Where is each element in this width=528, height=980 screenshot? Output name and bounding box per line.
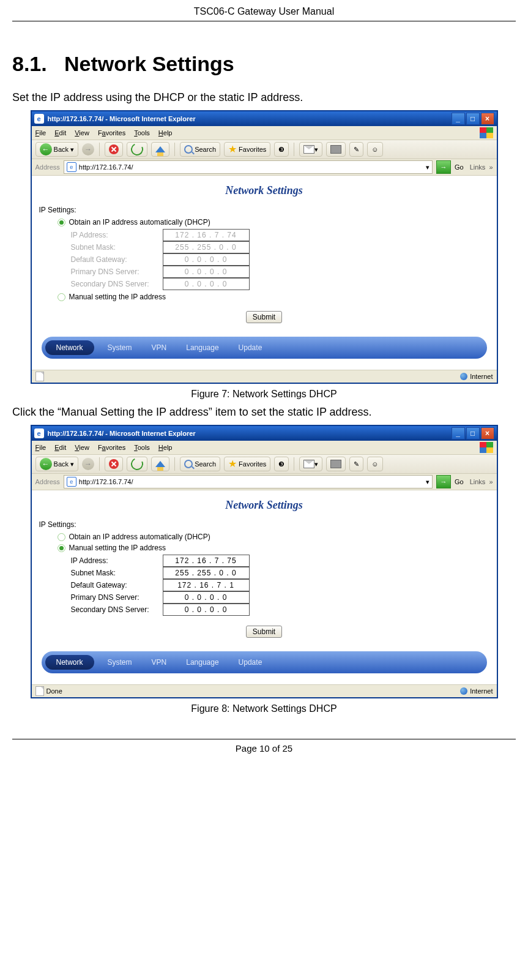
menu-favorites[interactable]: Favorites bbox=[98, 129, 125, 137]
go-label: Go bbox=[455, 163, 464, 171]
go-button[interactable]: → bbox=[436, 475, 451, 488]
refresh-button[interactable] bbox=[127, 457, 147, 471]
edit-button[interactable]: ✎ bbox=[349, 142, 363, 157]
menu-view[interactable]: View bbox=[75, 444, 89, 451]
links-expand-icon[interactable]: » bbox=[489, 478, 493, 485]
back-button[interactable]: ← Back ▾ bbox=[35, 457, 79, 471]
nav-system[interactable]: System bbox=[102, 658, 138, 667]
bottom-nav: Network System VPN Language Update bbox=[42, 337, 487, 359]
input-dns1[interactable]: 0 . 0 . 0 . 0 bbox=[163, 266, 250, 278]
search-label: Search bbox=[195, 146, 216, 153]
statusbar: Internet bbox=[32, 370, 497, 383]
nav-language[interactable]: Language bbox=[180, 658, 225, 667]
media-button[interactable]: ❸ bbox=[274, 457, 289, 471]
input-dns1[interactable]: 0 . 0 . 0 . 0 bbox=[163, 591, 250, 604]
radio-icon bbox=[58, 219, 65, 226]
toolbar: ← Back ▾ → Search ★ Favorites ❸ ▾ ✎ ☺ bbox=[32, 140, 497, 159]
media-button[interactable]: ❸ bbox=[274, 142, 289, 157]
address-input[interactable]: e http://172.16.7.74/ ▾ bbox=[64, 160, 433, 174]
print-button[interactable] bbox=[326, 142, 346, 157]
menu-file[interactable]: File bbox=[35, 129, 46, 137]
maximize-button[interactable]: □ bbox=[466, 427, 480, 440]
input-gw[interactable]: 0 . 0 . 0 . 0 bbox=[163, 253, 250, 266]
menu-edit[interactable]: Edit bbox=[54, 444, 66, 451]
go-button[interactable]: → bbox=[436, 160, 451, 174]
maximize-button[interactable]: □ bbox=[466, 113, 480, 125]
links-label[interactable]: Links bbox=[470, 163, 486, 171]
mail-button[interactable]: ▾ bbox=[299, 142, 322, 157]
input-ip[interactable]: 172 . 16 . 7 . 75 bbox=[163, 555, 250, 567]
menu-edit[interactable]: Edit bbox=[54, 129, 66, 137]
minimize-button[interactable]: _ bbox=[452, 427, 465, 440]
nav-network[interactable]: Network bbox=[45, 655, 94, 670]
close-button[interactable]: × bbox=[481, 113, 494, 125]
toolbar: ← Back ▾ → Search ★ Favorites ❸ ▾ ✎ ☺ bbox=[32, 454, 497, 474]
search-button[interactable]: Search bbox=[180, 142, 220, 157]
nav-system[interactable]: System bbox=[102, 343, 138, 352]
home-button[interactable] bbox=[151, 457, 169, 471]
nav-vpn[interactable]: VPN bbox=[146, 343, 173, 352]
submit-button[interactable]: Submit bbox=[246, 311, 282, 323]
nav-network[interactable]: Network bbox=[45, 340, 94, 355]
radio-dhcp-label: Obtain an IP address automatically (DHCP… bbox=[69, 218, 210, 226]
input-gw[interactable]: 172 . 16 . 7 . 1 bbox=[163, 579, 250, 591]
section-number: 8.1. bbox=[12, 52, 47, 75]
menubar: File Edit View Favorites Tools Help bbox=[32, 441, 497, 454]
mail-button[interactable]: ▾ bbox=[299, 457, 322, 471]
edit-button[interactable]: ✎ bbox=[349, 457, 363, 471]
nav-update[interactable]: Update bbox=[232, 343, 269, 352]
printer-icon bbox=[330, 460, 341, 468]
toolbar-separator bbox=[174, 457, 175, 471]
menu-help[interactable]: Help bbox=[158, 129, 173, 137]
input-mask[interactable]: 255 . 255 . 0 . 0 bbox=[163, 241, 250, 253]
input-dns2[interactable]: 0 . 0 . 0 . 0 bbox=[163, 604, 250, 616]
print-button[interactable] bbox=[326, 457, 346, 471]
status-zone: Internet bbox=[470, 373, 493, 380]
submit-button[interactable]: Submit bbox=[246, 626, 282, 638]
forward-button[interactable]: → bbox=[82, 458, 94, 470]
input-mask[interactable]: 255 . 255 . 0 . 0 bbox=[163, 567, 250, 579]
radio-dhcp[interactable]: Obtain an IP address automatically (DHCP… bbox=[58, 533, 489, 541]
page-icon: e bbox=[67, 477, 76, 487]
messenger-button[interactable]: ☺ bbox=[367, 142, 382, 157]
input-ip[interactable]: 172 . 16 . 7 . 74 bbox=[163, 229, 250, 241]
menu-tools[interactable]: Tools bbox=[134, 444, 150, 451]
menu-tools[interactable]: Tools bbox=[134, 129, 150, 137]
address-input[interactable]: e http://172.16.7.74/ ▾ bbox=[64, 475, 433, 488]
favorites-button[interactable]: ★ Favorites bbox=[224, 142, 270, 157]
input-dns2[interactable]: 0 . 0 . 0 . 0 bbox=[163, 278, 250, 290]
links-expand-icon[interactable]: » bbox=[489, 163, 493, 171]
radio-manual[interactable]: Manual setting the IP address bbox=[58, 293, 489, 301]
home-button[interactable] bbox=[151, 142, 169, 157]
forward-button[interactable]: → bbox=[82, 143, 94, 155]
radio-dhcp[interactable]: Obtain an IP address automatically (DHCP… bbox=[58, 218, 489, 226]
refresh-button[interactable] bbox=[127, 142, 147, 157]
menu-help[interactable]: Help bbox=[158, 444, 173, 451]
address-label: Address bbox=[35, 163, 60, 171]
page-title: Network Settings bbox=[39, 499, 489, 512]
home-icon bbox=[155, 461, 165, 467]
stop-button[interactable] bbox=[105, 142, 123, 157]
search-button[interactable]: Search bbox=[180, 457, 220, 471]
globe-icon bbox=[460, 373, 467, 380]
menu-favorites[interactable]: Favorites bbox=[98, 444, 125, 451]
menu-file[interactable]: File bbox=[35, 444, 46, 451]
links-label[interactable]: Links bbox=[470, 478, 486, 485]
messenger-button[interactable]: ☺ bbox=[367, 457, 382, 471]
favorites-button[interactable]: ★ Favorites bbox=[224, 457, 270, 471]
close-button[interactable]: × bbox=[481, 427, 494, 440]
stop-button[interactable] bbox=[105, 457, 123, 471]
nav-vpn[interactable]: VPN bbox=[146, 658, 173, 667]
back-button[interactable]: ← Back ▾ bbox=[35, 142, 79, 157]
address-dropdown-icon[interactable]: ▾ bbox=[426, 163, 429, 171]
address-dropdown-icon[interactable]: ▾ bbox=[426, 478, 429, 486]
label-dns1: Primary DNS Server: bbox=[71, 593, 163, 602]
radio-icon bbox=[58, 544, 65, 552]
radio-manual[interactable]: Manual setting the IP address bbox=[58, 544, 489, 552]
nav-update[interactable]: Update bbox=[232, 658, 269, 667]
page-content: Network Settings IP Settings: Obtain an … bbox=[32, 490, 497, 684]
menu-view[interactable]: View bbox=[75, 129, 89, 137]
nav-language[interactable]: Language bbox=[180, 343, 225, 352]
minimize-button[interactable]: _ bbox=[452, 113, 465, 125]
page-title: Network Settings bbox=[39, 184, 489, 197]
